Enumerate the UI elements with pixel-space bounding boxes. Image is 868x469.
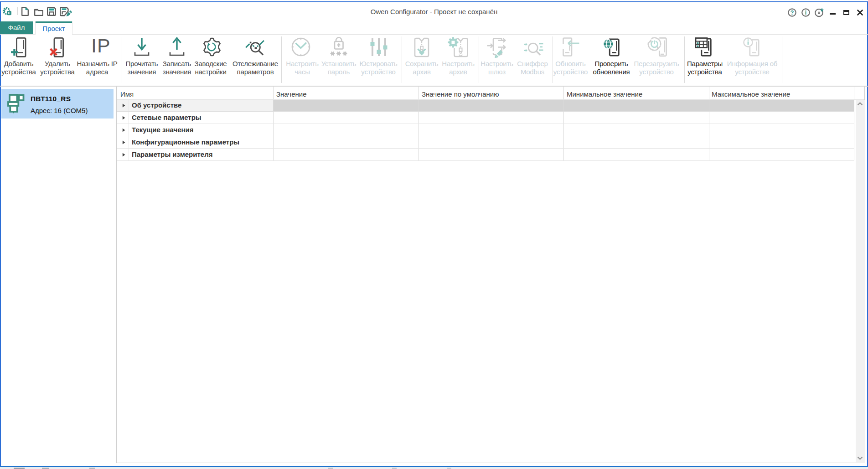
svg-text:i: i	[805, 10, 806, 16]
svg-text:?: ?	[790, 10, 794, 16]
